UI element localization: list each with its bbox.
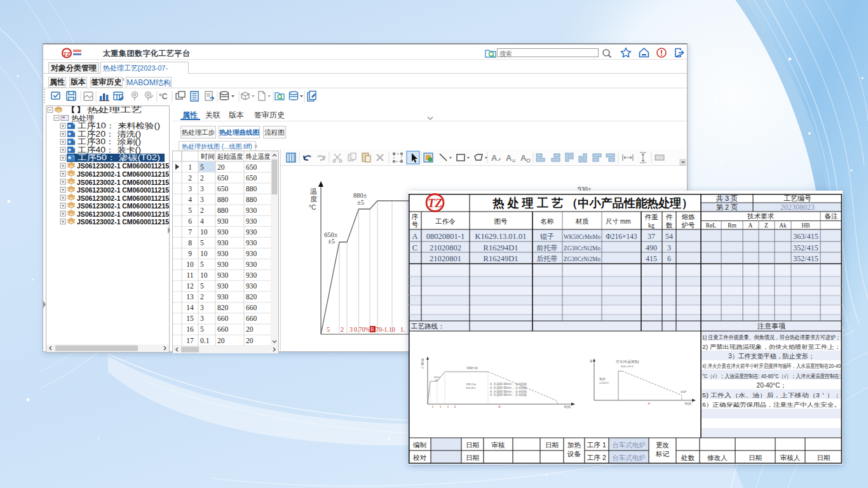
svg-text:1.: 1. (400, 326, 405, 333)
svg-text:650: 650 (217, 185, 229, 193)
svg-text:工艺编号: 工艺编号 (783, 194, 811, 202)
svg-text:JS06123002-1 CM0600011215: JS06123002-1 CM0600011215 (77, 194, 169, 202)
svg-text:37: 37 (648, 232, 655, 241)
svg-text:名称: 名称 (540, 217, 555, 225)
svg-text:工序 1: 工序 1 (587, 441, 606, 449)
svg-text:°C: °C (421, 366, 424, 369)
svg-text:3: 3 (200, 304, 204, 311)
svg-text:6: 6 (188, 217, 192, 225)
svg-text:A: A (412, 232, 417, 241)
svg-text:起始温度: 起始温度 (217, 152, 243, 160)
svg-text:16: 16 (186, 325, 194, 333)
svg-text:日期: 日期 (545, 441, 559, 449)
svg-text:1) 注意工件外观质量、倒角情况，符合热处理要求方可进炉；: 1) 注意工件外观质量、倒角情况，符合热处理要求方可进炉； (702, 334, 841, 341)
svg-text:时间: 时间 (564, 405, 571, 409)
svg-text:3: 3 (200, 185, 204, 193)
svg-text:Rm: Rm (728, 222, 736, 229)
svg-text:1: 1 (188, 163, 192, 171)
svg-text:9: 9 (188, 250, 192, 257)
svg-text:台车式电炉: 台车式电炉 (612, 454, 646, 461)
svg-text:出炉: 出炉 (681, 390, 687, 393)
svg-text:JS06123002-1 CM0600011215: JS06123002-1 CM0600011215 (77, 218, 169, 226)
svg-text:Z: Z (764, 222, 768, 229)
svg-text:4) 淬火介质在淬火前半小时开启搅拌与循环，入水温度控制在2: 4) 淬火介质在淬火前半小时开启搅拌与循环，入水温度控制在20-40 (702, 363, 841, 369)
svg-text:热 处 理 工 艺 （中小产品性能热处理）: 热 处 理 工 艺 （中小产品性能热处理） (492, 196, 693, 210)
svg-text:JS06123002-1 CM0600011215: JS06123002-1 CM0600011215 (77, 179, 169, 186)
svg-text:820: 820 (217, 304, 229, 311)
svg-text:10: 10 (186, 261, 194, 268)
svg-text:20-40°C；: 20-40°C； (757, 382, 787, 389)
svg-text:3）工件支垫平稳，防止变形；: 3）工件支垫平稳，防止变形； (728, 353, 815, 360)
svg-text:8: 8 (188, 239, 192, 247)
svg-text:2: 2 (454, 405, 456, 409)
svg-text:5: 5 (200, 239, 204, 247)
svg-text:660: 660 (246, 315, 257, 322)
svg-text:5) 工件入（水、油）后，上下移动（3＇）；: 5) 工件入（水、油）后，上下移动（3＇）； (702, 392, 841, 398)
svg-text:熔炼: 熔炼 (682, 213, 696, 220)
svg-text:5: 5 (327, 326, 330, 333)
svg-text:650: 650 (246, 174, 257, 182)
svg-text:工序 2: 工序 2 (587, 454, 606, 461)
svg-text:A: A (520, 153, 527, 163)
svg-text:°C: °C (159, 92, 168, 101)
svg-text:ZG30CrNi2Mo: ZG30CrNi2Mo (564, 245, 600, 252)
svg-text:R16294D1: R16294D1 (484, 243, 519, 252)
svg-text:21020802: 21020802 (430, 243, 461, 252)
svg-text:2: 2 (200, 174, 204, 182)
svg-text:3: 3 (188, 185, 192, 193)
svg-text:0.1: 0.1 (200, 337, 210, 344)
svg-text:6）正确穿戴劳保用品，注意生产中人生安全。: 6）正确穿戴劳保用品，注意生产中人生安全。 (702, 402, 841, 408)
svg-text:660: 660 (246, 304, 257, 311)
svg-text:4: 4 (188, 196, 192, 203)
svg-text:20: 20 (217, 337, 225, 344)
svg-text:12: 12 (186, 282, 194, 290)
svg-text:17: 17 (186, 337, 194, 344)
svg-text:20: 20 (246, 337, 254, 344)
svg-text:15: 15 (186, 315, 194, 322)
svg-text:度: 度 (421, 362, 424, 366)
svg-text:930: 930 (217, 239, 229, 247)
svg-text:JS06123002-1 CM0600011215: JS06123002-1 CM0600011215 (77, 210, 169, 218)
svg-text:6: 6 (667, 254, 671, 263)
svg-text:审核: 审核 (492, 441, 506, 449)
svg-text:820: 820 (246, 293, 257, 301)
svg-text:3: 3 (349, 326, 353, 333)
svg-text:A. 升温60-90min； 水冷同前: A. 升温60-90min； 水冷同前 (490, 386, 527, 390)
svg-text:炉号: 炉号 (682, 221, 696, 229)
svg-text:°C: °C (309, 204, 316, 211)
svg-text:JS06123002-1 CM0600011215: JS06123002-1 CM0600011215 (77, 170, 169, 178)
svg-text:ReL: ReL (706, 222, 717, 229)
svg-text:度: 度 (310, 195, 317, 203)
svg-text:时间: 时间 (201, 152, 215, 160)
svg-text:650: 650 (217, 174, 229, 182)
svg-text:5: 5 (200, 261, 204, 268)
svg-text:10: 10 (435, 379, 438, 382)
svg-text:工序50： 渗碳(T02): 工序50： 渗碳(T02) (78, 153, 160, 162)
svg-text:件重: 件重 (645, 213, 659, 220)
svg-text:930: 930 (246, 282, 257, 290)
svg-text:20: 20 (246, 325, 254, 333)
svg-text:技术要求: 技术要求 (747, 212, 775, 220)
svg-text:08020801-1: 08020801-1 (426, 232, 465, 241)
svg-text:A: A (749, 222, 753, 229)
svg-text:10: 10 (200, 250, 208, 257)
svg-text:930: 930 (217, 261, 229, 268)
svg-text:660: 660 (217, 325, 229, 333)
svg-text:工作令: 工作令 (435, 217, 456, 225)
svg-text:930: 930 (246, 239, 257, 247)
svg-text:930: 930 (246, 217, 257, 225)
svg-text:930: 930 (246, 228, 257, 236)
svg-text:20: 20 (217, 163, 225, 171)
svg-text:14: 14 (186, 304, 194, 311)
svg-text:10: 10 (200, 271, 208, 279)
svg-text:第 2 页: 第 2 页 (716, 203, 738, 211)
svg-text:5: 5 (200, 282, 204, 290)
svg-text:650: 650 (246, 163, 257, 171)
svg-text:13: 13 (186, 293, 194, 301)
svg-text:930: 930 (217, 282, 229, 290)
svg-text:K1629.13.01.01: K1629.13.01.01 (475, 232, 527, 241)
svg-text:2) 严禁出现跑温现象，勿使火焰喷射至工件上；: 2) 严禁出现跑温现象，勿使火焰喷射至工件上； (702, 344, 841, 350)
svg-text:审核人: 审核人 (780, 454, 801, 461)
svg-text:Ak: Ak (779, 222, 787, 229)
svg-text:号: 号 (412, 220, 419, 228)
